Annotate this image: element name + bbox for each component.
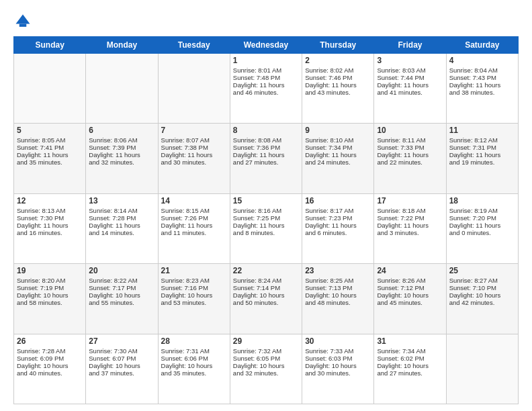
day-info: and 19 minutes. xyxy=(449,158,515,166)
calendar-cell: 21Sunrise: 8:23 AMSunset: 7:16 PMDayligh… xyxy=(158,264,230,334)
calendar-cell: 17Sunrise: 8:18 AMSunset: 7:22 PMDayligh… xyxy=(374,193,446,263)
day-info: Daylight: 10 hours xyxy=(377,362,443,369)
day-number: 26 xyxy=(17,336,83,346)
day-header-wednesday: Wednesday xyxy=(230,37,302,54)
calendar-cell: 8Sunrise: 8:08 AMSunset: 7:36 PMDaylight… xyxy=(230,124,302,193)
day-info: Sunset: 6:09 PM xyxy=(17,355,83,362)
day-info: Daylight: 11 hours xyxy=(233,151,299,158)
day-info: and 40 minutes. xyxy=(17,369,83,377)
day-info: Daylight: 10 hours xyxy=(89,291,154,299)
day-info: Daylight: 11 hours xyxy=(377,151,443,158)
calendar-cell xyxy=(158,54,230,124)
day-info: and 24 minutes. xyxy=(305,158,371,166)
calendar-cell xyxy=(86,54,158,124)
day-header-sunday: Sunday xyxy=(14,37,86,54)
day-header-saturday: Saturday xyxy=(446,37,518,54)
day-info: and 27 minutes. xyxy=(233,158,299,166)
day-number: 13 xyxy=(89,196,154,205)
calendar-cell: 15Sunrise: 8:16 AMSunset: 7:25 PMDayligh… xyxy=(230,193,302,263)
day-info: Sunrise: 8:22 AM xyxy=(89,277,154,284)
day-number: 16 xyxy=(305,196,371,205)
header xyxy=(13,12,519,31)
day-info: Sunset: 6:06 PM xyxy=(161,355,227,362)
svg-rect-1 xyxy=(19,24,27,27)
day-number: 9 xyxy=(305,126,371,135)
day-info: Sunset: 7:26 PM xyxy=(161,214,227,222)
calendar-cell: 2Sunrise: 8:02 AMSunset: 7:46 PMDaylight… xyxy=(302,54,374,124)
calendar-cell: 18Sunrise: 8:19 AMSunset: 7:20 PMDayligh… xyxy=(446,193,518,263)
day-number: 22 xyxy=(233,266,299,275)
day-info: and 37 minutes. xyxy=(89,369,154,377)
day-info: Sunset: 7:14 PM xyxy=(233,284,299,291)
day-info: Daylight: 11 hours xyxy=(161,222,227,229)
day-number: 14 xyxy=(161,196,227,205)
calendar-cell: 28Sunrise: 7:31 AMSunset: 6:06 PMDayligh… xyxy=(158,334,230,404)
day-info: and 58 minutes. xyxy=(17,299,83,306)
day-info: Sunrise: 8:25 AM xyxy=(305,277,371,284)
day-info: Sunrise: 8:11 AM xyxy=(377,136,443,144)
day-info: Sunrise: 7:34 AM xyxy=(377,347,443,355)
day-number: 28 xyxy=(161,336,227,346)
day-info: Sunset: 7:38 PM xyxy=(161,144,227,151)
day-info: Sunset: 7:36 PM xyxy=(233,144,299,151)
day-number: 30 xyxy=(305,336,371,346)
calendar-week-4: 26Sunrise: 7:28 AMSunset: 6:09 PMDayligh… xyxy=(14,334,519,404)
day-info: Sunset: 6:05 PM xyxy=(233,355,299,362)
calendar-cell: 23Sunrise: 8:25 AMSunset: 7:13 PMDayligh… xyxy=(302,264,374,334)
day-info: Sunrise: 8:19 AM xyxy=(449,207,515,214)
day-number: 25 xyxy=(449,266,515,275)
day-info: Sunrise: 8:07 AM xyxy=(161,136,227,144)
day-number: 29 xyxy=(233,336,299,346)
day-info: Daylight: 11 hours xyxy=(233,222,299,229)
day-info: Daylight: 11 hours xyxy=(305,222,371,229)
day-info: Sunset: 7:43 PM xyxy=(449,74,515,81)
day-info: Sunrise: 8:01 AM xyxy=(233,66,299,74)
day-info: Daylight: 11 hours xyxy=(449,151,515,158)
day-info: Daylight: 11 hours xyxy=(449,222,515,229)
calendar-cell xyxy=(446,334,518,404)
calendar-week-2: 12Sunrise: 8:13 AMSunset: 7:30 PMDayligh… xyxy=(14,193,519,263)
calendar-cell: 10Sunrise: 8:11 AMSunset: 7:33 PMDayligh… xyxy=(374,124,446,193)
day-info: Sunset: 7:30 PM xyxy=(17,214,83,222)
day-info: Sunrise: 7:31 AM xyxy=(161,347,227,355)
day-number: 5 xyxy=(17,126,83,135)
day-number: 2 xyxy=(305,56,371,65)
day-info: Daylight: 11 hours xyxy=(449,81,515,89)
day-info: Sunset: 7:17 PM xyxy=(89,284,154,291)
day-info: and 48 minutes. xyxy=(305,299,371,306)
day-info: Sunset: 7:10 PM xyxy=(449,284,515,291)
day-number: 1 xyxy=(233,56,299,65)
day-number: 12 xyxy=(17,196,83,205)
day-info: and 3 minutes. xyxy=(377,229,443,236)
day-number: 27 xyxy=(89,336,154,346)
day-info: Sunset: 7:31 PM xyxy=(449,144,515,151)
day-info: Sunrise: 7:33 AM xyxy=(305,347,371,355)
day-info: Sunset: 6:02 PM xyxy=(377,355,443,362)
day-info: and 14 minutes. xyxy=(89,229,154,236)
day-info: Daylight: 11 hours xyxy=(89,222,154,229)
day-info: Sunrise: 8:23 AM xyxy=(161,277,227,284)
day-info: and 8 minutes. xyxy=(233,229,299,236)
day-info: and 50 minutes. xyxy=(233,299,299,306)
day-info: and 16 minutes. xyxy=(17,229,83,236)
day-info: Daylight: 11 hours xyxy=(17,151,83,158)
day-number: 15 xyxy=(233,196,299,205)
day-header-tuesday: Tuesday xyxy=(158,37,230,54)
day-header-thursday: Thursday xyxy=(302,37,374,54)
calendar-cell: 6Sunrise: 8:06 AMSunset: 7:39 PMDaylight… xyxy=(86,124,158,193)
day-info: Sunset: 7:22 PM xyxy=(377,214,443,222)
calendar-cell: 31Sunrise: 7:34 AMSunset: 6:02 PMDayligh… xyxy=(374,334,446,404)
day-info: Sunset: 7:44 PM xyxy=(377,74,443,81)
day-info: Daylight: 10 hours xyxy=(233,362,299,369)
svg-marker-0 xyxy=(16,15,30,24)
calendar-cell: 1Sunrise: 8:01 AMSunset: 7:48 PMDaylight… xyxy=(230,54,302,124)
day-info: and 43 minutes. xyxy=(305,89,371,96)
calendar-cell: 24Sunrise: 8:26 AMSunset: 7:12 PMDayligh… xyxy=(374,264,446,334)
calendar-cell: 14Sunrise: 8:15 AMSunset: 7:26 PMDayligh… xyxy=(158,193,230,263)
day-info: Daylight: 10 hours xyxy=(377,291,443,299)
day-info: Sunrise: 7:28 AM xyxy=(17,347,83,355)
day-info: and 35 minutes. xyxy=(161,369,227,377)
calendar-cell: 29Sunrise: 7:32 AMSunset: 6:05 PMDayligh… xyxy=(230,334,302,404)
day-info: Sunset: 7:46 PM xyxy=(305,74,371,81)
day-info: Sunrise: 8:14 AM xyxy=(89,207,154,214)
